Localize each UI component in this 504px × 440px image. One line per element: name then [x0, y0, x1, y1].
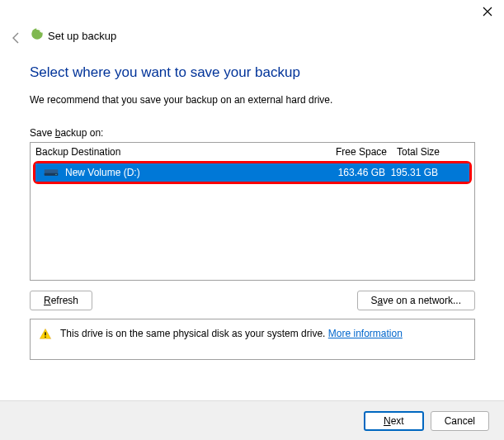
page-heading: Select where you want to save your backu…: [30, 64, 475, 81]
drive-total: 195.31 GB: [385, 167, 443, 178]
destination-table: Backup Destination Free Space Total Size…: [30, 142, 475, 281]
table-row[interactable]: New Volume (D:) 163.46 GB 195.31 GB: [35, 163, 469, 182]
svg-point-4: [55, 174, 56, 175]
table-header: Backup Destination Free Space Total Size: [31, 143, 474, 161]
col-free-space[interactable]: Free Space: [324, 146, 387, 158]
save-on-network-button[interactable]: Save on a network...: [357, 291, 475, 310]
svg-rect-6: [45, 337, 45, 338]
svg-rect-5: [45, 332, 45, 335]
save-on-label: Save backup on:: [30, 127, 475, 139]
hard-drive-icon: [44, 168, 59, 177]
col-destination[interactable]: Backup Destination: [35, 146, 324, 158]
drive-free: 163.46 GB: [323, 167, 385, 178]
footer-bar: Next Cancel: [0, 400, 504, 440]
drive-name: New Volume (D:): [65, 167, 140, 178]
highlight-frame: New Volume (D:) 163.46 GB 195.31 GB: [33, 161, 472, 184]
app-icon: [30, 26, 45, 44]
back-arrow-icon[interactable]: [10, 31, 23, 47]
more-info-link[interactable]: More information: [328, 328, 403, 339]
warning-box: This drive is on the same physical disk …: [30, 319, 475, 360]
warning-text: This drive is on the same physical disk …: [60, 328, 403, 339]
close-icon[interactable]: [483, 7, 492, 19]
col-total-size[interactable]: Total Size: [387, 146, 445, 158]
window-title: Set up backup: [48, 30, 116, 42]
recommendation-text: We recommend that you save your backup o…: [30, 94, 475, 106]
refresh-button[interactable]: Refresh: [30, 291, 92, 310]
next-button[interactable]: Next: [364, 411, 424, 431]
cancel-button[interactable]: Cancel: [431, 411, 489, 431]
warning-icon: [39, 328, 52, 343]
